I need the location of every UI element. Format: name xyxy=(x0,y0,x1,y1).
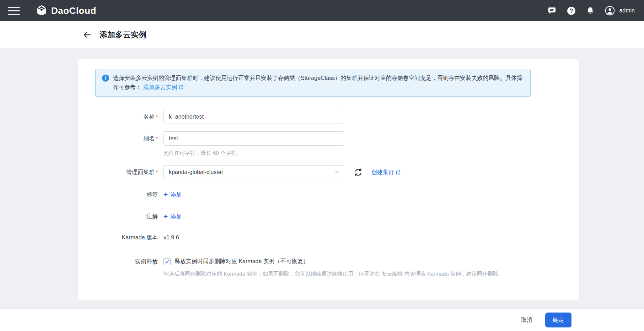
cluster-selected-value: kpanda-global-cluster xyxy=(169,169,223,175)
create-cluster-link[interactable]: 创建集群 xyxy=(371,169,401,176)
plus-icon: + xyxy=(163,191,168,198)
labels-row: 标签 +添加 xyxy=(78,191,579,199)
cancel-button[interactable]: 取消 xyxy=(521,316,532,324)
alert-text-wrap: 选择安装多云实例的管理面集群时，建议使用运行正常并且安装了存储类（Storage… xyxy=(113,74,524,92)
name-label-wrap: 名称* xyxy=(78,110,163,124)
back-arrow-icon[interactable] xyxy=(82,29,92,40)
alias-label: 别名 xyxy=(143,135,155,141)
confirm-button[interactable]: 确定 xyxy=(545,313,571,327)
page-title: 添加多云实例 xyxy=(100,29,146,40)
karmada-version-value: v1.9.6 xyxy=(163,234,179,242)
required-asterisk: * xyxy=(156,114,158,120)
check-icon xyxy=(165,259,170,264)
annotations-label: 注解 xyxy=(78,213,163,221)
alert-doc-link[interactable]: 添加多云实例 xyxy=(143,84,184,90)
release-row: 实例释放 释放实例时同步删除对应 Karmada 实例（不可恢复） 勾选后将同步… xyxy=(78,258,579,277)
required-asterisk: * xyxy=(156,169,158,175)
form-card: i 选择安装多云实例的管理面集群时，建议使用运行正常并且安装了存储类（Stora… xyxy=(78,59,579,300)
release-checkbox-label: 释放实例时同步删除对应 Karmada 实例（不可恢复） xyxy=(175,258,309,265)
username-label: admin xyxy=(619,7,635,14)
message-icon[interactable] xyxy=(547,6,557,15)
karmada-version-row: Karmada 版本 v1.9.6 xyxy=(78,234,579,242)
plus-icon: + xyxy=(163,213,168,220)
external-link-icon xyxy=(396,170,401,175)
instance-form: 名称* 别名* 允许任何字符，最长 60 个字符。 管理面集群* kpanda-… xyxy=(78,110,579,277)
refresh-icon[interactable] xyxy=(354,168,363,177)
add-annotation-button[interactable]: +添加 xyxy=(163,213,182,221)
release-hint: 勾选后将同步删除对应的 Karmada 实例；如果不删除，您可以继续通过终端使用… xyxy=(163,270,504,277)
alias-hint: 允许任何字符，最长 60 个字符。 xyxy=(163,150,344,156)
avatar-icon xyxy=(605,6,615,16)
action-footer: 取消 确定 xyxy=(0,309,644,331)
notification-bell-icon[interactable] xyxy=(586,6,595,15)
page-header: 添加多云实例 xyxy=(0,21,644,48)
karmada-version-label: Karmada 版本 xyxy=(78,234,163,242)
alias-input[interactable] xyxy=(163,131,344,146)
labels-label: 标签 xyxy=(78,191,163,199)
svg-text:?: ? xyxy=(570,7,573,13)
help-icon[interactable]: ? xyxy=(567,6,576,15)
cluster-label: 管理面集群 xyxy=(126,169,155,175)
daocloud-cube-icon xyxy=(36,5,48,17)
alias-row: 别名* 允许任何字符，最长 60 个字符。 xyxy=(78,131,579,156)
required-asterisk: * xyxy=(156,135,158,141)
top-navbar: DaoCloud ? xyxy=(0,0,644,21)
alias-label-wrap: 别名* xyxy=(78,131,163,146)
cluster-label-wrap: 管理面集群* xyxy=(78,165,163,179)
brand-logo[interactable]: DaoCloud xyxy=(36,5,96,17)
name-row: 名称* xyxy=(78,110,579,124)
chevron-down-icon xyxy=(334,169,340,175)
release-label: 实例释放 xyxy=(78,258,163,266)
release-checkbox[interactable] xyxy=(163,258,171,265)
name-input[interactable] xyxy=(163,110,344,124)
external-link-icon xyxy=(178,85,184,90)
cluster-select[interactable]: kpanda-global-cluster xyxy=(163,165,344,179)
info-alert: i 选择安装多云实例的管理面集群时，建议使用运行正常并且安装了存储类（Stora… xyxy=(95,69,531,97)
add-label-button[interactable]: +添加 xyxy=(163,191,182,199)
info-icon: i xyxy=(102,75,109,82)
user-menu[interactable]: admin xyxy=(605,6,635,16)
menu-toggle-icon[interactable] xyxy=(8,7,20,15)
cluster-row: 管理面集群* kpanda-global-cluster 创建集群 xyxy=(78,165,579,179)
annotations-row: 注解 +添加 xyxy=(78,213,579,221)
brand-name: DaoCloud xyxy=(51,5,96,16)
name-label: 名称 xyxy=(143,114,155,120)
